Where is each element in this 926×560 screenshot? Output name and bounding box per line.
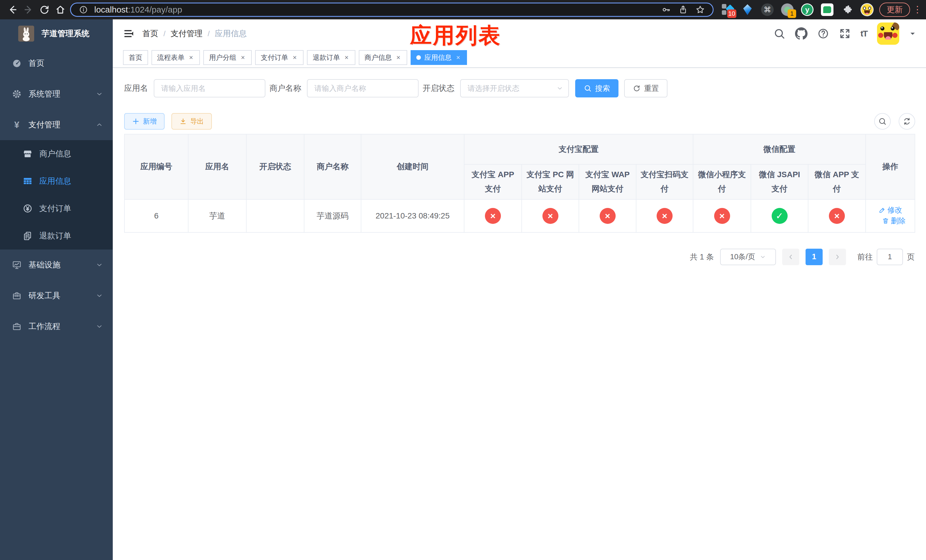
share-icon[interactable] (677, 5, 689, 15)
breadcrumb-separator: / (163, 29, 165, 38)
browser-reload-button[interactable] (36, 2, 52, 18)
breadcrumb-payment[interactable]: 支付管理 (171, 28, 203, 39)
breadcrumb: 首页 / 支付管理 / 应用信息 (142, 28, 247, 39)
url-text[interactable]: localhost:1024/pay/app (94, 5, 182, 15)
show-search-button[interactable] (874, 113, 891, 130)
status-select[interactable]: 请选择开启状态 (460, 79, 569, 97)
export-button-label: 导出 (190, 117, 204, 126)
top-navbar: 首页 / 支付管理 / 应用信息 应用列表 tT (113, 20, 926, 48)
tab-pay-order[interactable]: 支付订单× (255, 50, 304, 65)
tab-user-group[interactable]: 用户分组× (203, 50, 252, 65)
tab-refund-order[interactable]: 退款订单× (307, 50, 356, 65)
browser-update-button[interactable]: 更新 (879, 3, 910, 17)
url-host: localhost (94, 5, 128, 14)
extension-chat-icon[interactable] (821, 3, 834, 16)
bookmark-star-icon[interactable] (694, 5, 707, 15)
goto-page-input[interactable] (877, 249, 903, 265)
col-alipay-pc: 支付宝 PC 网站支付 (522, 164, 579, 200)
sidebar-item-system[interactable]: 系统管理 (0, 79, 113, 109)
sidebar-item-home[interactable]: 首页 (0, 48, 113, 79)
search-icon (584, 84, 592, 92)
refresh-table-button[interactable] (899, 113, 915, 130)
user-avatar[interactable] (877, 23, 899, 45)
delete-link[interactable]: 删除 (882, 216, 906, 226)
sidebar-item-pay-order[interactable]: 支付订单 (0, 195, 113, 222)
export-button[interactable]: 导出 (171, 113, 212, 130)
add-button[interactable]: 新增 (124, 113, 165, 130)
col-app-id: 应用编号 (124, 134, 188, 200)
tab-label: 支付订单 (261, 53, 288, 62)
extension-command-icon[interactable]: ⌘ (761, 3, 774, 16)
goto-suffix: 页 (907, 252, 915, 262)
tags-view: 首页流程表单×用户分组×支付订单×退款订单×商户信息×应用信息× (113, 48, 926, 68)
col-merchant: 商户名称 (304, 134, 361, 200)
browser-back-button[interactable] (5, 2, 21, 18)
merchant-name-label: 商户名称 (269, 83, 301, 94)
help-icon[interactable] (817, 28, 829, 39)
sidebar-item-app-info[interactable]: 应用信息 (0, 168, 113, 195)
tab-label: 商户信息 (365, 53, 392, 62)
extension-proxy-icon[interactable]: 1 (781, 3, 794, 16)
sidebar-item-merchant-info[interactable]: 商户信息 (0, 140, 113, 168)
browser-forward-button[interactable] (21, 2, 36, 18)
tab-label: 应用信息 (424, 53, 452, 62)
col-alipay-app: 支付宝 APP 支付 (464, 164, 522, 200)
tab-close-icon[interactable]: × (240, 53, 246, 62)
search-icon[interactable] (773, 28, 785, 39)
tab-close-icon[interactable]: × (395, 53, 401, 62)
refresh-icon (903, 117, 911, 126)
edit-link[interactable]: 修改 (878, 205, 902, 215)
sidebar-item-label: 支付订单 (39, 203, 71, 214)
site-info-icon[interactable] (77, 5, 90, 14)
annotation-title: 应用列表 (410, 21, 501, 50)
next-page-button[interactable] (829, 249, 846, 265)
browser-menu-icon[interactable]: ⋮ (913, 7, 921, 12)
extension-y-logo-icon[interactable]: y (801, 3, 814, 16)
browser-profile-avatar[interactable] (861, 3, 874, 16)
tab-close-icon[interactable]: × (292, 53, 298, 62)
app-logo-rabbit (18, 26, 34, 42)
update-label: 更新 (887, 4, 903, 15)
browser-home-button[interactable] (52, 2, 68, 18)
breadcrumb-home[interactable]: 首页 (142, 28, 158, 39)
fullscreen-icon[interactable] (839, 28, 851, 39)
tab-flow-form[interactable]: 流程表单× (151, 50, 200, 65)
sidebar-item-refund-order[interactable]: 退款订单 (0, 222, 113, 250)
sidebar-item-infrastructure[interactable]: 基础设施 (0, 250, 113, 280)
sidebar: 芋道管理系统 首页 系统管理 ¥ 支付管理 (0, 20, 113, 560)
app-name-input[interactable] (154, 79, 265, 97)
edit-link-label: 修改 (888, 205, 902, 215)
extension-tabs-icon[interactable]: 10 (721, 3, 734, 16)
gear-icon (11, 89, 23, 99)
sidebar-item-payment[interactable]: ¥ 支付管理 (0, 109, 113, 140)
sidebar-item-label: 应用信息 (39, 176, 71, 186)
page-number-1[interactable]: 1 (805, 249, 823, 265)
tab-merchant-info[interactable]: 商户信息× (359, 50, 407, 65)
merchant-name-input[interactable] (307, 79, 419, 97)
col-group-alipay: 支付宝配置 (464, 134, 693, 164)
filter-form: 应用名 商户名称 开启状态 请选择开启状态 搜索 重置 (124, 79, 915, 97)
github-icon[interactable] (795, 27, 808, 40)
tab-close-icon[interactable]: × (343, 53, 350, 62)
sidebar-collapse-button[interactable] (123, 28, 135, 39)
search-button[interactable]: 搜索 (575, 79, 619, 97)
font-size-icon[interactable]: tT (861, 29, 867, 38)
extensions-puzzle-icon[interactable] (841, 3, 854, 16)
tab-app-info[interactable]: 应用信息× (411, 50, 467, 65)
page-size-select[interactable]: 10条/页 (720, 249, 776, 265)
reset-button[interactable]: 重置 (624, 79, 667, 97)
payment-submenu: 商户信息 应用信息 支付订单 退款订单 (0, 140, 113, 250)
url-bar[interactable]: localhost:1024/pay/app (70, 3, 714, 17)
tab-close-icon[interactable]: × (188, 53, 194, 62)
tab-home[interactable]: 首页 (123, 50, 148, 65)
password-key-icon[interactable] (660, 5, 672, 15)
prev-page-button[interactable] (782, 249, 799, 265)
col-actions: 操作 (865, 134, 915, 200)
extension-badge: 1 (788, 9, 796, 18)
caret-down-icon[interactable] (909, 30, 916, 37)
cell-app-name: 芋道 (188, 200, 246, 232)
tab-close-icon[interactable]: × (455, 53, 461, 62)
sidebar-item-dev-tools[interactable]: 研发工具 (0, 280, 113, 311)
sidebar-item-workflow[interactable]: 工作流程 (0, 311, 113, 342)
extension-kite-icon[interactable] (741, 3, 754, 16)
